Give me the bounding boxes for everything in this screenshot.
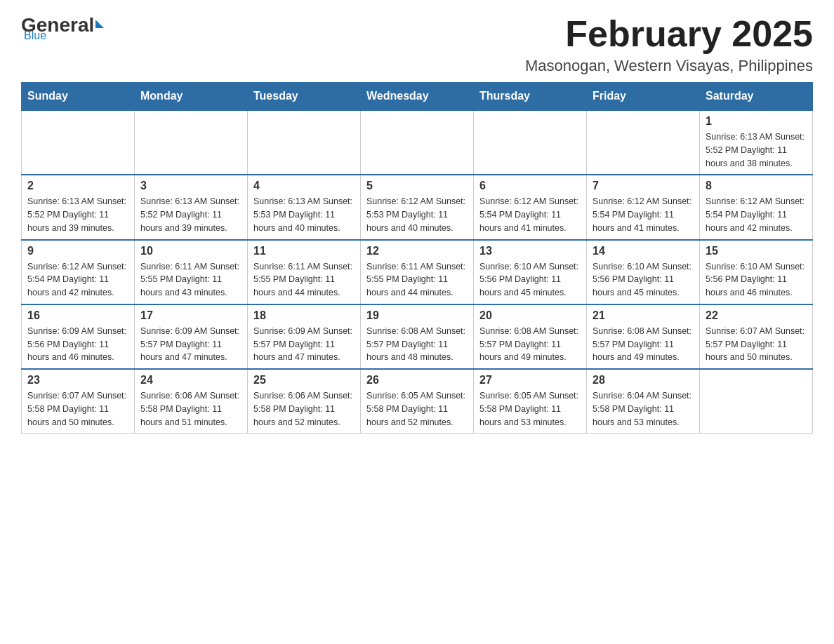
- day-info: Sunrise: 6:12 AM Sunset: 5:53 PM Dayligh…: [366, 195, 468, 234]
- month-title: February 2025: [525, 14, 813, 54]
- calendar-cell: [700, 369, 813, 434]
- day-info: Sunrise: 6:10 AM Sunset: 5:56 PM Dayligh…: [593, 260, 694, 300]
- day-number: 22: [706, 309, 807, 322]
- day-number: 15: [706, 245, 807, 257]
- calendar-cell: 8Sunrise: 6:12 AM Sunset: 5:54 PM Daylig…: [700, 175, 813, 239]
- calendar-week-row: 16Sunrise: 6:09 AM Sunset: 5:56 PM Dayli…: [22, 304, 813, 369]
- location-subtitle: Masonogan, Western Visayas, Philippines: [525, 57, 813, 75]
- day-info: Sunrise: 6:08 AM Sunset: 5:57 PM Dayligh…: [366, 325, 468, 364]
- day-number: 1: [706, 115, 807, 128]
- calendar-cell: [135, 110, 248, 175]
- day-number: 27: [479, 374, 581, 387]
- day-info: Sunrise: 6:05 AM Sunset: 5:58 PM Dayligh…: [479, 389, 581, 429]
- day-number: 20: [479, 309, 581, 322]
- day-number: 7: [593, 180, 694, 192]
- day-number: 2: [27, 180, 128, 192]
- calendar-cell: 15Sunrise: 6:10 AM Sunset: 5:56 PM Dayli…: [700, 240, 813, 304]
- calendar-week-row: 23Sunrise: 6:07 AM Sunset: 5:58 PM Dayli…: [22, 369, 813, 434]
- day-number: 21: [593, 309, 694, 322]
- calendar-cell: 22Sunrise: 6:07 AM Sunset: 5:57 PM Dayli…: [700, 304, 813, 369]
- calendar-cell: 21Sunrise: 6:08 AM Sunset: 5:57 PM Dayli…: [587, 304, 700, 369]
- day-number: 5: [366, 180, 468, 192]
- day-info: Sunrise: 6:09 AM Sunset: 5:57 PM Dayligh…: [253, 325, 355, 364]
- calendar-week-row: 1Sunrise: 6:13 AM Sunset: 5:52 PM Daylig…: [22, 110, 813, 175]
- calendar-week-row: 9Sunrise: 6:12 AM Sunset: 5:54 PM Daylig…: [22, 240, 813, 304]
- day-info: Sunrise: 6:13 AM Sunset: 5:53 PM Dayligh…: [253, 195, 355, 234]
- calendar-cell: 3Sunrise: 6:13 AM Sunset: 5:52 PM Daylig…: [135, 175, 248, 239]
- day-number: 13: [479, 245, 581, 257]
- day-info: Sunrise: 6:09 AM Sunset: 5:57 PM Dayligh…: [140, 325, 241, 364]
- calendar-cell: 27Sunrise: 6:05 AM Sunset: 5:58 PM Dayli…: [474, 369, 587, 434]
- calendar-cell: 7Sunrise: 6:12 AM Sunset: 5:54 PM Daylig…: [587, 175, 700, 239]
- day-number: 26: [366, 374, 468, 387]
- day-info: Sunrise: 6:06 AM Sunset: 5:58 PM Dayligh…: [140, 389, 241, 429]
- day-of-week-header: Friday: [587, 83, 700, 111]
- calendar-cell: 9Sunrise: 6:12 AM Sunset: 5:54 PM Daylig…: [22, 240, 135, 304]
- day-info: Sunrise: 6:06 AM Sunset: 5:58 PM Dayligh…: [253, 389, 355, 429]
- day-info: Sunrise: 6:12 AM Sunset: 5:54 PM Dayligh…: [27, 260, 128, 300]
- calendar-cell: 2Sunrise: 6:13 AM Sunset: 5:52 PM Daylig…: [22, 175, 135, 239]
- day-number: 4: [253, 180, 355, 192]
- day-of-week-header: Sunday: [22, 83, 135, 111]
- day-info: Sunrise: 6:11 AM Sunset: 5:55 PM Dayligh…: [140, 260, 241, 300]
- calendar-cell: 18Sunrise: 6:09 AM Sunset: 5:57 PM Dayli…: [248, 304, 361, 369]
- day-info: Sunrise: 6:08 AM Sunset: 5:57 PM Dayligh…: [479, 325, 581, 364]
- day-info: Sunrise: 6:13 AM Sunset: 5:52 PM Dayligh…: [706, 130, 807, 170]
- day-info: Sunrise: 6:12 AM Sunset: 5:54 PM Dayligh…: [479, 195, 581, 234]
- day-info: Sunrise: 6:11 AM Sunset: 5:55 PM Dayligh…: [366, 260, 468, 300]
- day-number: 16: [27, 309, 128, 322]
- day-number: 25: [253, 374, 355, 387]
- calendar-cell: 17Sunrise: 6:09 AM Sunset: 5:57 PM Dayli…: [135, 304, 248, 369]
- day-info: Sunrise: 6:07 AM Sunset: 5:58 PM Dayligh…: [27, 389, 128, 429]
- day-of-week-header: Monday: [135, 83, 248, 111]
- calendar-header-row: SundayMondayTuesdayWednesdayThursdayFrid…: [22, 83, 813, 111]
- day-number: 23: [27, 374, 128, 387]
- day-number: 9: [27, 245, 128, 257]
- day-info: Sunrise: 6:10 AM Sunset: 5:56 PM Dayligh…: [479, 260, 581, 300]
- day-number: 28: [593, 374, 694, 387]
- calendar-cell: [587, 110, 700, 175]
- calendar-cell: 13Sunrise: 6:10 AM Sunset: 5:56 PM Dayli…: [474, 240, 587, 304]
- calendar-cell: 28Sunrise: 6:04 AM Sunset: 5:58 PM Dayli…: [587, 369, 700, 434]
- day-info: Sunrise: 6:05 AM Sunset: 5:58 PM Dayligh…: [366, 389, 468, 429]
- calendar-cell: 5Sunrise: 6:12 AM Sunset: 5:53 PM Daylig…: [361, 175, 474, 239]
- day-number: 17: [140, 309, 241, 322]
- day-number: 18: [253, 309, 355, 322]
- title-area: February 2025 Masonogan, Western Visayas…: [525, 14, 813, 75]
- day-info: Sunrise: 6:08 AM Sunset: 5:57 PM Dayligh…: [593, 325, 694, 364]
- calendar-cell: 16Sunrise: 6:09 AM Sunset: 5:56 PM Dayli…: [22, 304, 135, 369]
- day-number: 19: [366, 309, 468, 322]
- calendar-cell: 10Sunrise: 6:11 AM Sunset: 5:55 PM Dayli…: [135, 240, 248, 304]
- day-info: Sunrise: 6:04 AM Sunset: 5:58 PM Dayligh…: [593, 389, 694, 429]
- day-info: Sunrise: 6:13 AM Sunset: 5:52 PM Dayligh…: [27, 195, 128, 234]
- calendar-cell: 14Sunrise: 6:10 AM Sunset: 5:56 PM Dayli…: [587, 240, 700, 304]
- calendar-table: SundayMondayTuesdayWednesdayThursdayFrid…: [21, 82, 813, 434]
- calendar-cell: [361, 110, 474, 175]
- day-number: 14: [593, 245, 694, 257]
- calendar-cell: 23Sunrise: 6:07 AM Sunset: 5:58 PM Dayli…: [22, 369, 135, 434]
- day-info: Sunrise: 6:13 AM Sunset: 5:52 PM Dayligh…: [140, 195, 241, 234]
- day-of-week-header: Thursday: [474, 83, 587, 111]
- day-number: 12: [366, 245, 468, 257]
- day-number: 24: [140, 374, 241, 387]
- calendar-cell: [474, 110, 587, 175]
- calendar-cell: [248, 110, 361, 175]
- calendar-cell: 6Sunrise: 6:12 AM Sunset: 5:54 PM Daylig…: [474, 175, 587, 239]
- calendar-cell: 1Sunrise: 6:13 AM Sunset: 5:52 PM Daylig…: [700, 110, 813, 175]
- calendar-cell: 19Sunrise: 6:08 AM Sunset: 5:57 PM Dayli…: [361, 304, 474, 369]
- day-info: Sunrise: 6:11 AM Sunset: 5:55 PM Dayligh…: [253, 260, 355, 300]
- day-number: 3: [140, 180, 241, 192]
- day-info: Sunrise: 6:10 AM Sunset: 5:56 PM Dayligh…: [706, 260, 807, 300]
- calendar-cell: 20Sunrise: 6:08 AM Sunset: 5:57 PM Dayli…: [474, 304, 587, 369]
- calendar-cell: 4Sunrise: 6:13 AM Sunset: 5:53 PM Daylig…: [248, 175, 361, 239]
- day-number: 11: [253, 245, 355, 257]
- day-of-week-header: Saturday: [700, 83, 813, 111]
- calendar-cell: [22, 110, 135, 175]
- day-info: Sunrise: 6:09 AM Sunset: 5:56 PM Dayligh…: [27, 325, 128, 364]
- day-of-week-header: Tuesday: [248, 83, 361, 111]
- day-number: 8: [706, 180, 807, 192]
- calendar-cell: 12Sunrise: 6:11 AM Sunset: 5:55 PM Dayli…: [361, 240, 474, 304]
- calendar-cell: 11Sunrise: 6:11 AM Sunset: 5:55 PM Dayli…: [248, 240, 361, 304]
- calendar-cell: 25Sunrise: 6:06 AM Sunset: 5:58 PM Dayli…: [248, 369, 361, 434]
- logo-blue-text: Blue: [24, 29, 46, 42]
